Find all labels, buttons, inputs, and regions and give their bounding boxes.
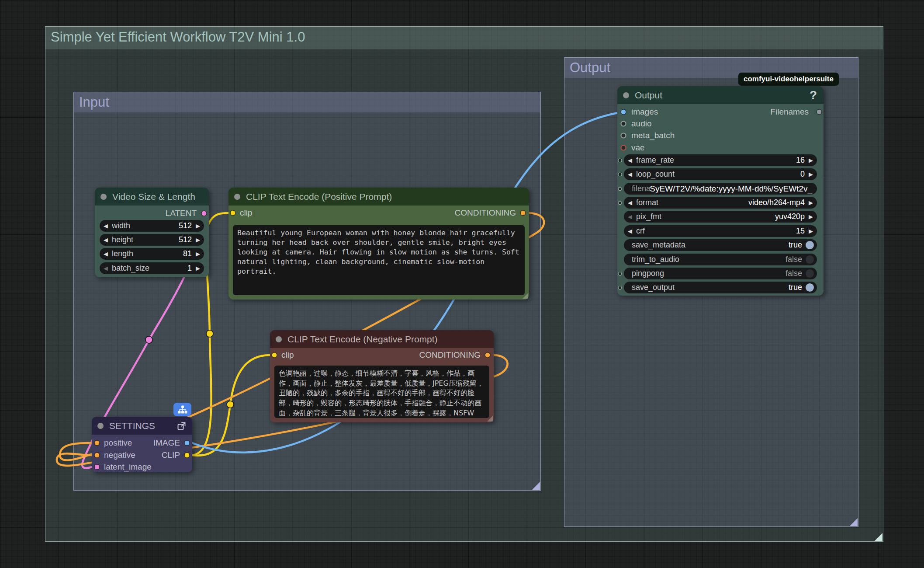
node-settings-title: SETTINGS (109, 421, 155, 431)
conditioning-output-label: CONDITIONING (419, 350, 481, 360)
node-settings-titlebar[interactable]: SETTINGS (92, 417, 192, 435)
crf-widget[interactable]: ◀ crf 15 ▶ (624, 225, 817, 237)
node-status-dot (276, 336, 282, 342)
node-clip-text-encode-positive[interactable]: CLIP Text Encode (Positive Prompt) clip … (228, 188, 529, 300)
decrement-icon[interactable]: ◀ (104, 262, 108, 274)
pix-fmt-widget[interactable]: ◀ pix_fmt yuv420p ▶ (624, 211, 817, 223)
node-video-size-length[interactable]: Video Size & Length LATENT ◀ width 512 ▶… (95, 188, 209, 277)
audio-input-label: audio (631, 119, 652, 129)
clip-input-pin[interactable] (272, 352, 277, 358)
increment-icon[interactable]: ▶ (196, 234, 200, 246)
audio-input-pin[interactable] (621, 121, 626, 127)
images-input-label: images (631, 107, 658, 117)
toggle-dot[interactable] (806, 283, 814, 292)
frame-rate-widget[interactable]: ◀ frame_rate 16 ▶ (624, 154, 817, 166)
node-status-dot (623, 92, 629, 98)
latent-output-pin[interactable] (201, 211, 207, 216)
meta-batch-input-label: meta_batch (631, 131, 675, 140)
decrement-icon[interactable]: ◀ (628, 154, 632, 166)
clip-output-pin[interactable] (184, 453, 190, 458)
increment-icon[interactable]: ▶ (809, 154, 813, 166)
node-status-dot (97, 423, 104, 429)
node-output-video-combine[interactable]: Output ? images Filenames audio meta_bat… (617, 86, 824, 296)
meta-batch-input-pin[interactable] (621, 133, 626, 139)
subgraph-icon (177, 405, 188, 415)
node-resize-handle[interactable] (487, 416, 493, 422)
increment-icon[interactable]: ▶ (809, 211, 813, 223)
node-output-title: Output (635, 90, 662, 101)
loop-count-input-dot[interactable] (618, 173, 622, 177)
conditioning-output-pin[interactable] (485, 352, 491, 358)
frame-rate-input-dot[interactable] (618, 159, 622, 163)
image-output-pin[interactable] (184, 440, 190, 446)
node-video-titlebar[interactable]: Video Size & Length (95, 188, 209, 206)
toggle-dot[interactable] (806, 241, 814, 249)
save-output-input-dot[interactable] (618, 286, 622, 290)
filename-input-dot[interactable] (618, 187, 622, 191)
node-status-dot (234, 194, 240, 200)
vae-input-label: vae (631, 143, 645, 153)
decrement-icon[interactable]: ◀ (628, 168, 632, 180)
increment-icon[interactable]: ▶ (809, 197, 813, 209)
node-settings[interactable]: SETTINGS positive negative latent_image … (92, 417, 192, 472)
images-input-pin[interactable] (621, 109, 626, 115)
negative-prompt-textarea[interactable]: 色调艳丽，过曝，静态，细节模糊不清，字幕，风格，作品，画作，画面，静止，整体发灰… (274, 366, 489, 418)
reroute-dot-clip-1[interactable] (206, 330, 213, 337)
latent-image-input-label: latent_image (104, 462, 152, 472)
node-output-titlebar[interactable]: Output (617, 86, 824, 104)
image-output-label: IMAGE (153, 438, 180, 448)
trim-to-audio-toggle[interactable]: trim_to_audio false (624, 254, 817, 265)
latent-image-input-pin[interactable] (94, 464, 100, 470)
latent-output-label: LATENT (166, 209, 197, 218)
decrement-icon[interactable]: ◀ (104, 220, 108, 232)
subgraph-button[interactable] (173, 403, 191, 416)
length-widget[interactable]: ◀ length 81 ▶ (100, 248, 204, 260)
width-widget[interactable]: ◀ width 512 ▶ (100, 220, 204, 232)
open-subgraph-icon[interactable] (176, 421, 187, 431)
negative-input-label: negative (104, 450, 135, 460)
positive-prompt-textarea[interactable]: Beautiful young European woman with hone… (233, 225, 525, 295)
vae-input-pin[interactable] (621, 145, 626, 151)
increment-icon[interactable]: ▶ (809, 168, 813, 180)
reroute-dot-clip-2[interactable] (227, 401, 234, 408)
increment-icon[interactable]: ▶ (809, 225, 813, 237)
node-negative-titlebar[interactable]: CLIP Text Encode (Negative Prompt) (270, 330, 494, 348)
save-metadata-toggle[interactable]: save_metadata true (624, 239, 817, 251)
batch-size-widget[interactable]: ◀ batch_size 1 ▶ (100, 262, 204, 274)
reroute-dot-latent[interactable] (145, 336, 152, 343)
node-positive-titlebar[interactable]: CLIP Text Encode (Positive Prompt) (228, 188, 529, 206)
increment-icon[interactable]: ▶ (196, 262, 200, 274)
filenames-output-pin[interactable] (817, 109, 822, 115)
toggle-dot[interactable] (806, 269, 814, 278)
increment-icon[interactable]: ▶ (196, 220, 200, 232)
height-widget[interactable]: ◀ height 512 ▶ (100, 234, 204, 246)
help-icon[interactable]: ? (810, 88, 817, 102)
node-source-tooltip: comfyui-videohelpersuite (738, 73, 839, 86)
decrement-icon[interactable]: ◀ (628, 211, 632, 223)
decrement-icon[interactable]: ◀ (628, 225, 632, 237)
decrement-icon[interactable]: ◀ (104, 234, 108, 246)
conditioning-output-pin[interactable] (520, 210, 526, 216)
node-positive-title: CLIP Text Encode (Positive Prompt) (246, 192, 392, 202)
format-widget[interactable]: ◀ format video/h264-mp4 ▶ (624, 197, 817, 209)
clip-input-pin[interactable] (230, 210, 236, 216)
pingpong-input-dot[interactable] (618, 272, 622, 276)
format-input-dot[interactable] (618, 201, 622, 205)
node-status-dot (100, 194, 107, 200)
positive-input-label: positive (104, 438, 132, 448)
node-clip-text-encode-negative[interactable]: CLIP Text Encode (Negative Prompt) clip … (270, 330, 494, 422)
decrement-icon[interactable]: ◀ (104, 248, 108, 260)
node-resize-handle[interactable] (523, 293, 528, 299)
loop-count-widget[interactable]: ◀ loop_count 0 ▶ (624, 168, 817, 180)
clip-input-label: clip (240, 208, 253, 218)
decrement-icon[interactable]: ◀ (628, 197, 632, 209)
pingpong-toggle[interactable]: pingpong false (624, 268, 817, 279)
save-output-toggle[interactable]: save_output true (624, 282, 817, 293)
filename-prefix-widget[interactable]: filenam ... SyEW/T2V/%date:yyyy-MM-dd%/S… (624, 183, 817, 195)
clip-output-label: CLIP (162, 450, 180, 460)
positive-input-pin[interactable] (94, 440, 100, 446)
negative-input-pin[interactable] (94, 453, 100, 458)
node-graph-canvas[interactable]: Simple Yet Efficient Workflow T2V Mini 1… (0, 0, 924, 568)
toggle-dot[interactable] (806, 255, 814, 264)
increment-icon[interactable]: ▶ (196, 248, 200, 260)
